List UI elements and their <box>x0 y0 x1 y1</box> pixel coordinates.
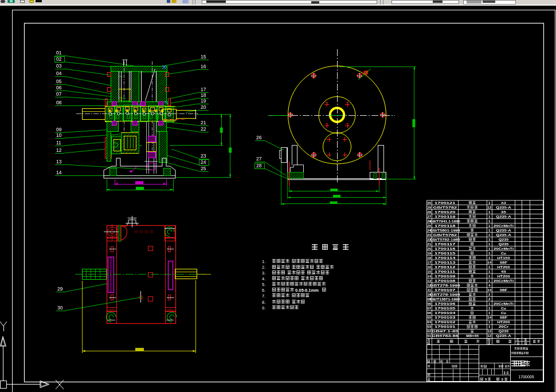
svg-text:Q235: Q235 <box>499 329 509 333</box>
svg-text:03: 03 <box>427 324 431 328</box>
svg-text:07: 07 <box>56 91 62 97</box>
svg-text:1: 1 <box>488 246 491 250</box>
svg-text:GB/T5782-1986: GB/T5782-1986 <box>430 238 460 241</box>
svg-text:9.: 9. <box>262 305 265 311</box>
svg-text:1700111: 1700111 <box>434 269 456 273</box>
svg-text:A3: A3 <box>501 201 506 205</box>
svg-text:05: 05 <box>427 315 431 319</box>
svg-text:GBT278-1994: GBT278-1994 <box>430 292 461 296</box>
svg-text:20CrMnTi: 20CrMnTi <box>494 302 514 305</box>
svg-text:3.: 3. <box>262 271 265 276</box>
svg-text:1700117: 1700117 <box>434 242 456 246</box>
svg-text:20CrMnTi: 20CrMnTi <box>494 279 514 283</box>
svg-text:1700101: 1700101 <box>434 324 456 328</box>
svg-text:28: 28 <box>256 163 262 168</box>
svg-text:GB/T5801-1994: GB/T5801-1994 <box>430 229 461 232</box>
svg-text:11: 11 <box>56 140 61 146</box>
svg-text:1700112: 1700112 <box>434 265 456 269</box>
svg-text:1: 1 <box>488 279 491 283</box>
svg-text:23: 23 <box>427 233 431 237</box>
svg-text:GB/T13871-1992: GB/T13871-1992 <box>430 297 460 301</box>
svg-text:19: 19 <box>201 98 206 104</box>
svg-text:1700118: 1700118 <box>434 224 456 228</box>
svg-text:15: 15 <box>427 269 431 273</box>
svg-text:Q235-A: Q235-A <box>496 228 511 232</box>
svg-text:03: 03 <box>56 63 62 69</box>
svg-text:24: 24 <box>201 159 206 165</box>
svg-text:1: 1 <box>488 301 491 305</box>
svg-text:2: 2 <box>488 292 491 296</box>
svg-text:HT200: HT200 <box>498 274 511 278</box>
svg-text:1700120: 1700120 <box>434 210 456 214</box>
svg-text:1: 1 <box>488 320 491 324</box>
svg-text:08: 08 <box>427 301 431 305</box>
svg-text:15: 15 <box>201 54 206 60</box>
svg-text:HT200: HT200 <box>498 265 511 269</box>
svg-text:07: 07 <box>427 306 431 310</box>
svg-text:1: 1 <box>488 269 491 273</box>
svg-text:14: 14 <box>427 274 431 278</box>
svg-text:26: 26 <box>256 135 262 140</box>
svg-text:1700105: 1700105 <box>434 306 456 310</box>
svg-text:Cu: Cu <box>501 311 506 315</box>
svg-text:01: 01 <box>56 50 62 56</box>
svg-text:01: 01 <box>427 334 431 338</box>
svg-text:20: 20 <box>427 246 431 250</box>
svg-text:08F: 08F <box>500 288 507 292</box>
svg-text:11: 11 <box>427 288 431 292</box>
svg-text:18: 18 <box>201 92 206 98</box>
svg-text:06: 06 <box>56 85 62 91</box>
svg-text:12: 12 <box>487 205 491 209</box>
svg-text:0.05-0.1mm: 0.05-0.1mm <box>295 288 319 293</box>
svg-text:Cu: Cu <box>501 251 506 255</box>
svg-text:1700109: 1700109 <box>434 274 456 278</box>
svg-text:5.: 5. <box>262 282 265 287</box>
svg-text:1: 1 <box>488 324 491 328</box>
svg-text:1: 1 <box>488 251 491 255</box>
svg-text:30: 30 <box>57 305 63 311</box>
svg-text:1700102: 1700102 <box>434 320 456 324</box>
svg-text:25: 25 <box>201 166 206 171</box>
svg-text:30: 30 <box>427 201 431 205</box>
svg-text:1: 1 <box>488 210 491 214</box>
svg-text:28: 28 <box>427 210 431 214</box>
svg-text:18: 18 <box>427 256 431 260</box>
svg-text:GB/T5782: GB/T5782 <box>433 233 457 237</box>
svg-text:13: 13 <box>56 159 62 164</box>
svg-text:17: 17 <box>201 87 206 92</box>
svg-text:12: 12 <box>487 334 491 338</box>
svg-text:3: 3 <box>502 377 504 381</box>
svg-text:25: 25 <box>427 224 431 228</box>
svg-text:1: 1 <box>488 233 491 237</box>
svg-text:02: 02 <box>427 329 431 333</box>
svg-text:1700115: 1700115 <box>434 251 456 255</box>
svg-text:1700119: 1700119 <box>434 214 456 218</box>
svg-text:35: 35 <box>501 210 507 214</box>
svg-text:14: 14 <box>487 315 491 319</box>
svg-text:20: 20 <box>201 104 206 110</box>
svg-text:21: 21 <box>427 242 431 246</box>
svg-text:1: 1 <box>488 237 491 241</box>
svg-text:14: 14 <box>56 170 62 175</box>
svg-text:HT200: HT200 <box>498 320 511 324</box>
svg-text:14: 14 <box>487 288 491 292</box>
svg-text:05: 05 <box>56 79 62 84</box>
svg-text:1: 1 <box>488 306 491 310</box>
svg-text:02: 02 <box>56 56 62 62</box>
svg-text:1700107: 1700107 <box>434 288 456 292</box>
svg-text:16: 16 <box>201 64 206 69</box>
svg-text:1:1: 1:1 <box>503 371 509 375</box>
svg-text:Q235-A: Q235-A <box>496 214 511 218</box>
svg-text:1: 1 <box>488 265 491 269</box>
svg-text:Q235-A: Q235-A <box>496 233 511 237</box>
svg-text:GB5783-86: GB5783-86 <box>432 334 459 338</box>
svg-text:8.: 8. <box>262 300 265 305</box>
svg-text:1700103: 1700103 <box>434 315 456 319</box>
svg-text:06: 06 <box>427 311 431 315</box>
svg-text:Q235: Q235 <box>499 242 509 246</box>
svg-text:20CrMnTi: 20CrMnTi <box>494 247 514 250</box>
svg-text:19: 19 <box>427 251 431 255</box>
svg-text:10: 10 <box>56 132 62 138</box>
svg-text:1700121: 1700121 <box>434 201 456 205</box>
svg-text:1.: 1. <box>262 259 265 264</box>
